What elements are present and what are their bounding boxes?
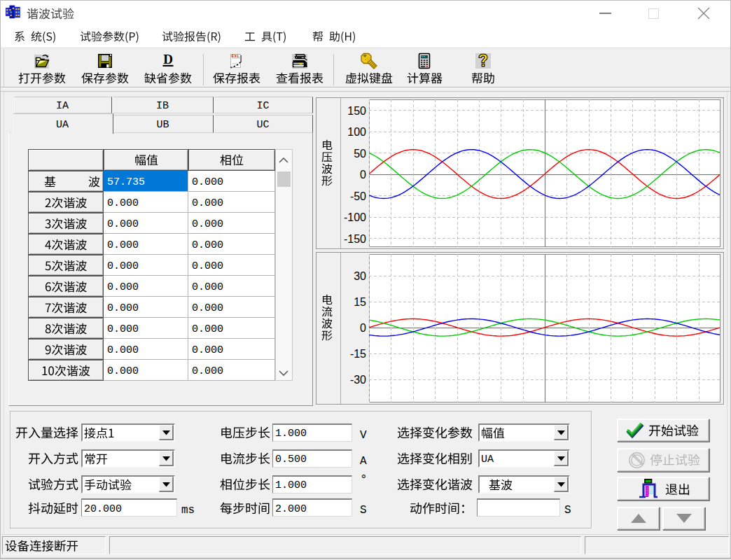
svg-text:EXL: EXL — [232, 54, 240, 58]
svg-text:D: D — [163, 52, 173, 66]
